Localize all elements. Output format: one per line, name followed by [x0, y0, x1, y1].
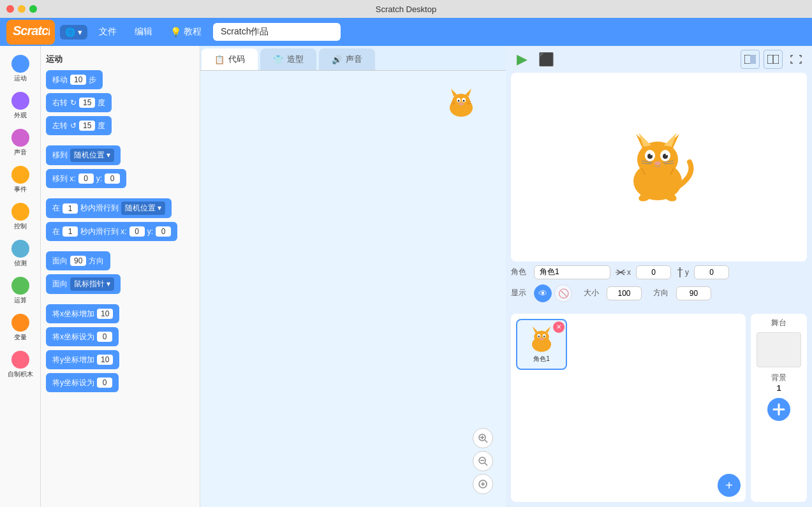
block-glide-xy-input3[interactable]: 0: [156, 226, 171, 237]
file-menu[interactable]: 文件: [92, 22, 123, 41]
zoom-fit-button[interactable]: [473, 474, 493, 494]
svg-point-2: [452, 94, 470, 109]
block-turn-left[interactable]: 左转 ↺ 15 度: [46, 116, 112, 135]
sprite-delete-button[interactable]: ✕: [553, 321, 565, 333]
block-set-y[interactable]: 将y坐标设为 0: [46, 373, 119, 392]
project-name-input[interactable]: [213, 23, 341, 41]
block-turn-right-input1[interactable]: 15: [79, 98, 95, 108]
stop-button[interactable]: ⬛: [536, 50, 556, 69]
small-stage-button[interactable]: [741, 50, 760, 69]
sprite-name-input[interactable]: [534, 265, 610, 279]
direction-input[interactable]: [676, 286, 711, 300]
tab-costumes[interactable]: 👕 造型: [260, 48, 316, 70]
zoom-in-button[interactable]: [473, 428, 493, 448]
sprite-info-area: 角色 x y 显示 👁 🚫 大小: [506, 261, 812, 311]
svg-marker-57: [545, 326, 550, 332]
sprite-list: ✕ 角色1: [516, 319, 741, 370]
block-glide-to[interactable]: 在 1 秒内滑行到 随机位置 ▾: [46, 198, 172, 218]
svg-point-55: [534, 330, 549, 343]
category-motion[interactable]: 运动: [0, 51, 40, 87]
code-sprite-thumbnail: [442, 84, 480, 122]
block-turn-left-input1[interactable]: 15: [79, 121, 95, 131]
add-sprite-button[interactable]: +: [718, 474, 741, 497]
blocks-scroll: 移动 10 步 右转 ↻ 15 度 左转 ↺ 15 度: [46, 70, 195, 502]
svg-rect-25: [750, 55, 756, 64]
block-glide-xy-input1[interactable]: 1: [63, 226, 78, 237]
category-sound[interactable]: 声音: [0, 125, 40, 161]
block-goto-xy[interactable]: 移到 x: 0 y: 0: [46, 169, 126, 188]
operators-icon: [11, 277, 29, 295]
add-stage-button[interactable]: [767, 398, 790, 423]
sprite-card-1-label: 角色1: [533, 355, 550, 364]
block-move-input1[interactable]: 10: [70, 75, 86, 85]
block-point-dir-input1[interactable]: 90: [70, 256, 86, 266]
show-button[interactable]: 👁: [534, 284, 552, 302]
block-point-towards[interactable]: 面向 鼠标指针 ▾: [46, 274, 121, 294]
close-button[interactable]: [6, 5, 14, 13]
block-goto-random[interactable]: 移到 随机位置 ▾: [46, 145, 121, 165]
block-change-x-input1[interactable]: 10: [97, 309, 113, 319]
tutorials-menu[interactable]: 💡 教程: [164, 22, 208, 41]
tab-sounds[interactable]: 🔊 声音: [319, 48, 375, 70]
block-point-dir-text2: 方向: [89, 256, 104, 267]
x-value-input[interactable]: [636, 265, 671, 279]
block-set-x[interactable]: 将x坐标设为 0: [46, 327, 119, 346]
block-change-x[interactable]: 将x坐标增加 10: [46, 304, 119, 323]
categories-sidebar: 运动 外观 声音 事件 控制 侦测 运算 变量: [0, 46, 41, 507]
block-change-y[interactable]: 将y坐标增加 10: [46, 350, 119, 369]
minimize-button[interactable]: [18, 5, 26, 13]
split-stage-button[interactable]: [764, 50, 783, 69]
visibility-buttons: 👁 🚫: [534, 284, 572, 302]
show-label: 显示: [511, 288, 529, 298]
maximize-button[interactable]: [29, 5, 37, 13]
zoom-controls: [473, 428, 493, 494]
y-value-input[interactable]: [694, 265, 729, 279]
edit-menu[interactable]: 编辑: [128, 22, 159, 41]
tab-code[interactable]: 📋 代码: [202, 48, 258, 70]
svg-line-19: [485, 463, 487, 466]
window-title: Scratch Desktop: [376, 4, 436, 14]
block-glide-to-dropdown[interactable]: 随机位置 ▾: [121, 202, 165, 215]
stage-controls: ▶ ⬛: [506, 46, 812, 73]
fullscreen-button[interactable]: [786, 50, 806, 69]
sprite-card-1[interactable]: ✕ 角色1: [516, 319, 567, 370]
lamp-icon: 💡: [170, 27, 181, 37]
category-looks[interactable]: 外观: [0, 88, 40, 124]
control-icon: [11, 203, 29, 221]
stage-view: [511, 73, 807, 261]
category-operators[interactable]: 运算: [0, 273, 40, 309]
costumes-icon: 👕: [273, 55, 283, 64]
globe-menu[interactable]: 🌐 ▾: [60, 25, 87, 40]
block-turn-right-text1: 右转: [52, 98, 68, 108]
stage-mini-panel[interactable]: 舞台 背景 1: [751, 314, 807, 503]
block-glide-to-input1[interactable]: 1: [63, 203, 78, 214]
block-glide-to-text1: 在: [52, 203, 60, 214]
block-goto-xy-input1[interactable]: 0: [78, 173, 94, 184]
block-change-y-input1[interactable]: 10: [97, 355, 113, 365]
zoom-out-button[interactable]: [473, 451, 493, 471]
size-input[interactable]: [607, 286, 642, 300]
block-goto-xy-input2[interactable]: 0: [105, 173, 120, 184]
block-goto-dropdown[interactable]: 随机位置 ▾: [70, 149, 114, 162]
sensing-icon: [11, 240, 29, 258]
block-move[interactable]: 移动 10 步: [46, 70, 103, 89]
category-control[interactable]: 控制: [0, 199, 40, 235]
category-sensing[interactable]: 侦测: [0, 236, 40, 272]
block-point-towards-dropdown[interactable]: 鼠标指针 ▾: [70, 277, 114, 291]
block-glide-xy[interactable]: 在 1 秒内滑行到 x: 0 y: 0: [46, 222, 177, 241]
category-events[interactable]: 事件: [0, 162, 40, 198]
block-set-x-input1[interactable]: 0: [97, 332, 112, 342]
block-point-dir[interactable]: 面向 90 方向: [46, 251, 110, 270]
block-turn-right[interactable]: 右转 ↻ 15 度: [46, 93, 112, 112]
block-glide-xy-text2: 秒内滑行到 x:: [80, 226, 127, 237]
category-variables[interactable]: 变量: [0, 310, 40, 346]
svg-marker-56: [533, 326, 538, 332]
hide-button[interactable]: 🚫: [554, 284, 572, 302]
block-set-y-input1[interactable]: 0: [97, 378, 112, 388]
green-flag-button[interactable]: ▶: [512, 50, 531, 69]
category-myblocks[interactable]: 自制积木: [0, 347, 40, 383]
tutorials-label: 教程: [184, 26, 202, 38]
block-glide-xy-input2[interactable]: 0: [129, 226, 145, 237]
background-label: 背景: [771, 372, 786, 383]
svg-marker-4: [465, 89, 471, 96]
